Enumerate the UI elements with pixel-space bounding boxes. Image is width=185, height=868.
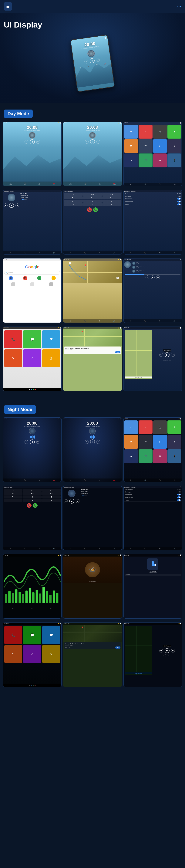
night-key-3[interactable]: 3 ─	[42, 489, 61, 492]
night-bt-next[interactable]: ⏭	[76, 499, 79, 503]
call-bottom-2[interactable]: 📞	[84, 251, 86, 254]
carplay-maps-app[interactable]: 🗺	[42, 330, 60, 348]
social-controls[interactable]: ⏮ ▶ ⏭	[124, 275, 182, 279]
night-app-11[interactable]: 📱	[167, 449, 181, 463]
key-4[interactable]: 4 ─	[64, 196, 83, 199]
key-2[interactable]: 2 ─	[83, 193, 102, 196]
controls-2[interactable]: ⏮ ⏸ ⏭	[63, 139, 122, 144]
night-set-b1[interactable]: ♫	[130, 547, 132, 550]
social-prev[interactable]: ⏮	[146, 275, 149, 279]
bt-next[interactable]: ⏭	[16, 204, 19, 207]
night-apps-b1[interactable]: ⚙	[130, 479, 132, 481]
bottom-icon-a1[interactable]: ⚙	[130, 183, 132, 186]
night-call-b3[interactable]: ⚙	[38, 547, 41, 550]
social-track-2[interactable]: 华年_35TE.mp3	[132, 265, 181, 269]
night-bottom2-1[interactable]: ✉	[70, 479, 72, 481]
bt-bottom-2[interactable]: 📞	[23, 251, 26, 254]
nav-bottom-1[interactable]: ♫	[70, 320, 71, 322]
bt-bottom-4[interactable]: 🔊	[53, 251, 55, 254]
call-bottom-3[interactable]: ⚙	[99, 251, 101, 254]
night-apps-b2[interactable]: 🔊	[144, 479, 147, 481]
night-controls-2[interactable]: ⏮ ⏸ ⏭	[63, 439, 122, 444]
night-prev-2[interactable]: ⏮	[85, 440, 88, 444]
night-carplay-music[interactable]: ♫	[23, 645, 41, 663]
app-extra4[interactable]: ⚙	[153, 153, 167, 167]
bottom-icon-a4[interactable]: ⚙	[174, 183, 176, 186]
bottom-email-icon-1[interactable]: ✉EMAIL	[9, 182, 12, 186]
night-call-b1[interactable]: ♫	[9, 547, 11, 550]
night-call-b4[interactable]: 🔊	[53, 547, 55, 550]
night-app-4[interactable]: ⚙	[167, 421, 181, 434]
app-phone[interactable]: 📷	[153, 125, 167, 138]
bottom-email-icon-2[interactable]: ✉EMAIL	[69, 182, 73, 186]
night-key-hash[interactable]: #	[42, 499, 61, 502]
night-next-2[interactable]: ⏭	[97, 440, 100, 444]
night-bottom-icon-3[interactable]: ♫	[38, 479, 41, 481]
night-key-1[interactable]: 1	[4, 489, 23, 492]
night-apps-b3[interactable]: 📞	[159, 479, 162, 481]
night-prev-1[interactable]: ⏮	[25, 440, 28, 444]
prev-btn-1[interactable]: ⏮	[25, 140, 28, 144]
night-key-4[interactable]: 4 ─	[4, 492, 23, 495]
go-button[interactable]: GO	[115, 351, 121, 353]
app-telegram[interactable]: ✈	[124, 125, 138, 138]
app-settings-gear[interactable]: ⚙	[167, 125, 181, 138]
bottom-music-icon-2[interactable]: ♫APS	[98, 182, 101, 186]
key-9[interactable]: 9	[102, 200, 121, 203]
night-controls-1[interactable]: ⏮ ⏸ ⏭	[3, 439, 61, 444]
night-bottom-icon-1[interactable]: ✉	[9, 479, 11, 481]
settings-bottom-3[interactable]: ⚙	[159, 251, 161, 254]
settings-bottom-1[interactable]: ♫	[130, 251, 132, 254]
bottom-icon-a3[interactable]: 📞	[159, 183, 162, 186]
app-extra2[interactable]: ☁	[124, 153, 138, 167]
google-app-gmail[interactable]: G	[52, 276, 56, 280]
call-bottom-4[interactable]: 🔊	[113, 251, 115, 254]
night-app-2[interactable]: ♫	[138, 421, 153, 434]
social-track-3[interactable]: 华年_35TE.mp3	[132, 269, 181, 273]
google-search-bar[interactable]: 🔍 Search	[4, 271, 60, 275]
night-app-7[interactable]: ▶	[167, 435, 181, 449]
google-app-maps[interactable]: M	[23, 276, 27, 280]
carplay-phone-app[interactable]: 📞	[4, 330, 22, 348]
key-0[interactable]: 0	[83, 203, 102, 206]
night-app-6[interactable]: W	[138, 435, 153, 449]
night-btm-b2[interactable]: 📞	[84, 547, 86, 550]
night-np-play[interactable]: ▶	[165, 648, 169, 653]
night-key-9[interactable]: 9	[42, 495, 61, 498]
bt-settings-close[interactable]: ✕	[180, 190, 181, 192]
night-bottom2-3[interactable]: ♫	[99, 479, 101, 481]
night-app-bt[interactable]: BT	[153, 435, 167, 449]
controls-1[interactable]: ⏮ ⏸ ⏭	[3, 139, 61, 144]
night-key-star[interactable]: *	[4, 499, 23, 502]
night-pause-2[interactable]: ⏸	[90, 439, 95, 444]
bt-controls[interactable]: ⏮ ▶ ⏭	[4, 203, 19, 208]
night-app-3[interactable]: 📷	[153, 421, 167, 434]
bottom-auto-icon-2[interactable]: 🚗AUTO	[112, 182, 116, 186]
night-apps-b4[interactable]: ⚙	[174, 479, 176, 481]
night-set-b3[interactable]: ⚙	[159, 547, 161, 550]
not-playing-controls[interactable]: ⏮ ▶ ⏭	[159, 352, 175, 357]
app-extra3[interactable]: 🎵	[138, 153, 153, 167]
end-call-btn[interactable]: 📞	[87, 207, 92, 212]
night-app-1[interactable]: ✈	[124, 421, 138, 434]
night-bt-play[interactable]: ▶	[69, 499, 74, 503]
next-btn-2[interactable]: ⏭	[97, 140, 100, 144]
bottom-phone-icon-2[interactable]: 📞DAL	[84, 182, 87, 186]
social-track-1[interactable]: 华年_35TE.mp3	[132, 261, 181, 265]
email-icon[interactable]: ✉	[79, 66, 81, 68]
social-bottom-1[interactable]: ♫	[130, 320, 132, 322]
key-8[interactable]: 8	[83, 200, 102, 203]
night-btm-b4[interactable]: 🔊	[113, 547, 115, 550]
bottom-auto-icon-1[interactable]: 🚗AUTO	[52, 182, 56, 186]
key-hash[interactable]: #	[102, 203, 121, 206]
night-answer-call[interactable]: 📞	[33, 503, 37, 508]
np-next[interactable]: ⏭	[171, 353, 175, 357]
night-auto-connect-toggle[interactable]	[177, 496, 181, 498]
prev-button[interactable]: ⏮	[84, 59, 88, 64]
nav-dots-icon[interactable]: ⋯	[177, 4, 181, 9]
social-bottom-3[interactable]: ⚙	[159, 320, 161, 322]
pause-button[interactable]: ⏸	[89, 58, 95, 63]
social-bottom-2[interactable]: 📞	[144, 320, 147, 322]
prev-btn-2[interactable]: ⏮	[85, 140, 88, 144]
app-music[interactable]: ♫	[138, 125, 153, 138]
